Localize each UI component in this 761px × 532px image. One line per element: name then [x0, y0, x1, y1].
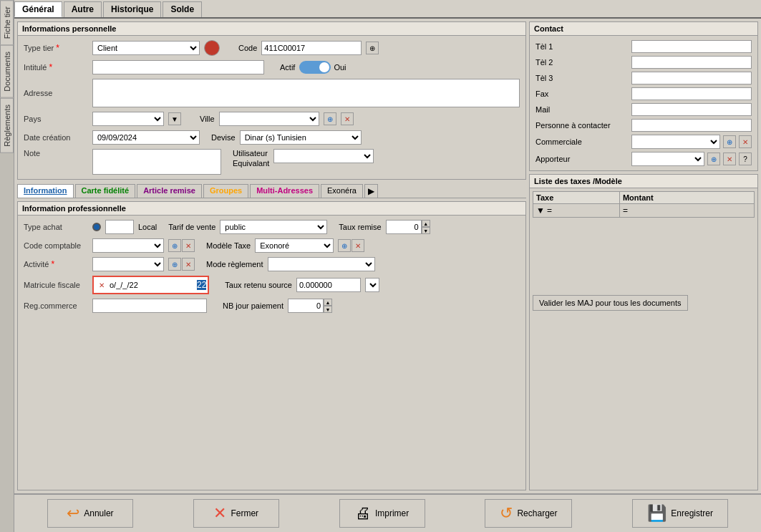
commerciale-add-btn[interactable]: ⊕ — [723, 135, 736, 148]
adresse-label: Adresse — [24, 89, 88, 97]
pays-select[interactable] — [92, 112, 164, 126]
matricule-clear-btn[interactable]: ✕ — [95, 279, 108, 291]
tab-general[interactable]: Général — [14, 1, 62, 17]
side-tab-reglements[interactable]: Règlements — [0, 98, 14, 153]
sub-tab-more-arrow[interactable]: ▶ — [364, 184, 378, 198]
fermer-button[interactable]: ✕ Fermer — [193, 499, 279, 528]
enregistrer-label: Enregistrer — [671, 508, 713, 518]
ville-label: Ville — [200, 115, 215, 123]
prof-info-title: Information professionnelle — [18, 202, 525, 216]
matricule-input[interactable] — [110, 281, 195, 289]
mode-reglement-select[interactable] — [268, 257, 375, 271]
nb-jour-down[interactable]: ▼ — [324, 306, 332, 313]
sub-tab-information[interactable]: Information — [17, 184, 74, 198]
tab-solde[interactable]: Solde — [163, 1, 202, 17]
tel3-input[interactable] — [631, 72, 752, 84]
taux-remise-down[interactable]: ▼ — [422, 227, 430, 234]
commerciale-select[interactable] — [631, 135, 720, 149]
imprimer-button[interactable]: 🖨 Imprimer — [339, 499, 425, 528]
tel1-input[interactable] — [631, 40, 752, 53]
tab-autre[interactable]: Autre — [64, 1, 102, 17]
validate-button[interactable]: Valider les MAJ pour tous les documents — [533, 295, 688, 311]
tel2-label: Tèl 2 — [535, 58, 629, 67]
modele-taxe-select[interactable]: Exonoré — [255, 238, 334, 253]
taux-remise-label: Taux remise — [339, 223, 381, 231]
code-comptable-add-btn[interactable]: ⊕ — [168, 239, 181, 252]
matricule-selected: 22 — [197, 280, 206, 290]
annuler-button[interactable]: ↩ Annuler — [47, 499, 133, 528]
taux-retenu-input[interactable] — [296, 278, 361, 292]
activite-del-btn[interactable]: ✕ — [182, 258, 195, 271]
actif-toggle[interactable] — [299, 61, 331, 74]
reg-commerce-input[interactable] — [92, 299, 207, 313]
enregistrer-button[interactable]: 💾 Enregistrer — [632, 499, 728, 528]
imprimer-label: Imprimer — [375, 508, 409, 518]
sub-tab-exonera[interactable]: Exonéra — [321, 184, 363, 198]
tel2-input[interactable] — [631, 56, 752, 69]
local-label: Local — [138, 223, 157, 231]
side-tab-fiche-tier[interactable]: Fiche tier — [0, 0, 14, 45]
tab-historique[interactable]: Historique — [103, 1, 161, 17]
type-tier-select[interactable]: Client — [92, 41, 200, 55]
nb-jour-up[interactable]: ▲ — [324, 299, 332, 306]
tax-equals-1: = — [547, 205, 552, 216]
sub-tab-carte-fidelite[interactable]: Carte fidélité — [75, 184, 136, 198]
annuler-icon: ↩ — [67, 504, 79, 523]
code-comptable-label: Code comptable — [24, 241, 88, 250]
date-creation-label: Date création — [24, 133, 88, 142]
code-label: Code — [238, 44, 257, 52]
ville-del-btn[interactable]: ✕ — [341, 112, 354, 125]
recharger-button[interactable]: ↺ Recharger — [485, 499, 572, 528]
date-creation-select[interactable]: 09/09/2024 — [92, 130, 200, 145]
type-achat-input[interactable] — [105, 220, 134, 234]
nb-jour-input[interactable] — [288, 299, 324, 313]
code-comptable-select[interactable] — [92, 238, 164, 253]
apporteur-del-btn[interactable]: ✕ — [723, 153, 736, 165]
intitule-input[interactable] — [92, 60, 264, 74]
actif-value: Oui — [334, 63, 346, 72]
modele-taxe-label: Modèle Taxe — [206, 241, 251, 250]
apporteur-info-btn[interactable]: ? — [739, 153, 752, 165]
adresse-input[interactable] — [92, 79, 520, 107]
devise-label: Devise — [211, 133, 236, 142]
utilisateur-select[interactable] — [273, 149, 374, 163]
code-comptable-del-btn[interactable]: ✕ — [182, 239, 195, 252]
tax-filter-cell: ▼ = — [533, 204, 620, 218]
actif-label: Actif — [280, 63, 295, 72]
enregistrer-icon: 💾 — [647, 504, 667, 523]
equivalant-label: Equivalant — [233, 159, 269, 168]
taux-remise-up[interactable]: ▲ — [422, 220, 430, 227]
code-input[interactable] — [261, 41, 362, 55]
sub-tab-multi-adresses[interactable]: Multi-Adresses — [250, 184, 319, 198]
personne-input[interactable] — [631, 119, 752, 132]
ville-add-btn[interactable]: ⊕ — [324, 112, 336, 125]
note-input[interactable] — [92, 149, 221, 175]
mail-input[interactable] — [631, 103, 752, 116]
activite-label: Activité * — [24, 259, 88, 269]
matricule-label: Matricule fiscale — [24, 281, 88, 289]
nb-jour-label: NB jour paiement — [223, 301, 283, 310]
modele-taxe-add-btn[interactable]: ⊕ — [338, 239, 351, 252]
sub-tab-groupes[interactable]: Groupes — [203, 184, 248, 198]
taux-remise-input[interactable] — [386, 220, 422, 234]
activite-select[interactable] — [92, 257, 164, 271]
utilisateur-label: Utilisateur — [233, 149, 269, 158]
sub-tab-article-remise[interactable]: Article remise — [137, 184, 202, 198]
type-color-button[interactable] — [204, 40, 220, 56]
commerciale-del-btn[interactable]: ✕ — [739, 135, 752, 148]
pays-dropdown-btn[interactable]: ▼ — [168, 112, 181, 125]
devise-select[interactable]: Dinar (s) Tunisien — [240, 130, 362, 145]
code-add-button[interactable]: ⊕ — [366, 42, 379, 54]
ville-select[interactable] — [219, 112, 319, 126]
tarif-vente-select[interactable]: public — [220, 220, 327, 234]
tel3-label: Tèl 3 — [535, 74, 629, 82]
side-tab-documents[interactable]: Documents — [0, 45, 14, 98]
type-achat-radio[interactable] — [92, 223, 101, 231]
fax-input[interactable] — [631, 87, 752, 100]
apporteur-add-btn[interactable]: ⊕ — [707, 153, 720, 165]
apporteur-select[interactable] — [631, 152, 704, 166]
modele-taxe-del-btn[interactable]: ✕ — [352, 239, 364, 252]
taux-retenu-dropdown[interactable] — [365, 278, 379, 292]
activite-add-btn[interactable]: ⊕ — [168, 258, 181, 271]
taux-retenu-label: Taux retenu source — [225, 281, 292, 289]
